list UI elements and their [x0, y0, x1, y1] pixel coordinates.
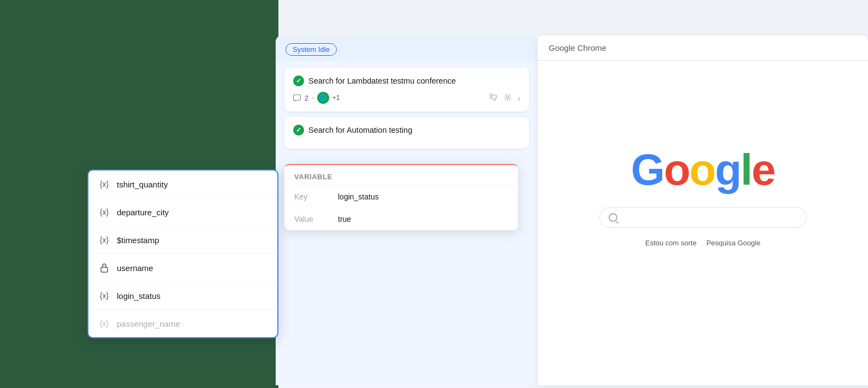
google-letter-g: g	[715, 148, 741, 192]
value-value: true	[338, 215, 351, 224]
var-name-3: $timestamp	[117, 236, 159, 245]
lock-icon-username	[98, 262, 110, 274]
variable-value-row: Value true	[284, 208, 518, 230]
variable-list-panel: {x} tshirt_quantity {x} departure_city {…	[87, 169, 278, 338]
variable-icon-6: {x}	[98, 318, 110, 330]
panel-header: System Idle	[276, 36, 538, 61]
im-feeling-lucky-button[interactable]: Estou com sorte	[645, 239, 697, 247]
var-item-login-status[interactable]: {x} login_status	[88, 282, 277, 310]
variable-key-row: Key login_status	[284, 186, 518, 208]
task-cards-container: Search for Lambdatest testmu conference …	[276, 61, 538, 155]
variable-icon-1: {x}	[98, 178, 110, 190]
settings-icon-1[interactable]	[503, 93, 512, 103]
google-letter-e: e	[752, 148, 775, 192]
comment-count-1: 2	[305, 94, 308, 102]
google-search-button[interactable]: Pesquisa Google	[706, 239, 760, 247]
chrome-content: Google Estou com sorte Pesquisa Google	[538, 61, 868, 247]
chevron-right-icon-1[interactable]: ›	[518, 93, 520, 103]
globe-plus-1: +1	[332, 94, 340, 102]
variable-popup: Variable Key login_status Value true	[284, 164, 519, 231]
thumbsdown-icon-1[interactable]	[489, 93, 498, 103]
task-card-2[interactable]: Search for Automation testing	[284, 117, 529, 149]
google-letter-l: l	[741, 148, 752, 192]
google-search-bar[interactable]	[599, 207, 807, 228]
task-1-actions: ›	[489, 93, 520, 103]
svg-rect-2	[101, 267, 108, 272]
value-label: Value	[294, 215, 338, 224]
chrome-browser-panel: Google Chrome Google Estou com sorte Pes…	[538, 36, 868, 385]
comment-icon-1	[293, 95, 301, 102]
var-name-2: departure_city	[117, 208, 169, 217]
variable-icon-2: {x}	[98, 206, 110, 218]
globe-badge-1: 🌐	[317, 92, 329, 104]
variable-icon-3: {x}	[98, 234, 110, 246]
task-card-1[interactable]: Search for Lambdatest testmu conference …	[284, 68, 529, 111]
task-1-meta: 2 • 🌐 +1 ›	[293, 92, 520, 104]
check-icon-1	[293, 75, 304, 86]
task-1-label: Search for Lambdatest testmu conference	[308, 77, 456, 85]
key-value: login_status	[338, 192, 379, 201]
var-item-username[interactable]: username	[88, 254, 277, 282]
task-2-label: Search for Automation testing	[308, 126, 412, 134]
var-name-6: passenger_name	[117, 319, 180, 328]
svg-rect-0	[294, 95, 301, 100]
svg-point-1	[507, 96, 509, 98]
chrome-header-title: Google Chrome	[538, 36, 868, 61]
google-logo: Google	[631, 148, 775, 192]
google-buttons: Estou com sorte Pesquisa Google	[645, 239, 760, 247]
system-idle-badge[interactable]: System Idle	[286, 43, 337, 56]
key-label: Key	[294, 192, 338, 201]
var-item-departure-city[interactable]: {x} departure_city	[88, 198, 277, 226]
variable-icon-5: {x}	[98, 290, 110, 302]
var-name-1: tshirt_quantity	[117, 180, 168, 189]
search-icon	[609, 213, 617, 222]
check-icon-2	[293, 125, 304, 136]
var-item-passenger-name[interactable]: {x} passenger_name	[88, 310, 277, 337]
google-letter-G: G	[631, 148, 664, 192]
google-letter-o1: o	[664, 148, 689, 192]
var-name-5: login_status	[117, 291, 160, 301]
variable-popup-header: Variable	[284, 165, 518, 186]
google-letter-o2: o	[689, 148, 715, 192]
var-name-4: username	[117, 263, 153, 273]
task-card-2-title: Search for Automation testing	[293, 125, 520, 136]
var-item-timestamp[interactable]: {x} $timestamp	[88, 226, 277, 254]
var-item-tshirt-quantity[interactable]: {x} tshirt_quantity	[88, 171, 277, 198]
task-card-1-title: Search for Lambdatest testmu conference	[293, 75, 520, 86]
